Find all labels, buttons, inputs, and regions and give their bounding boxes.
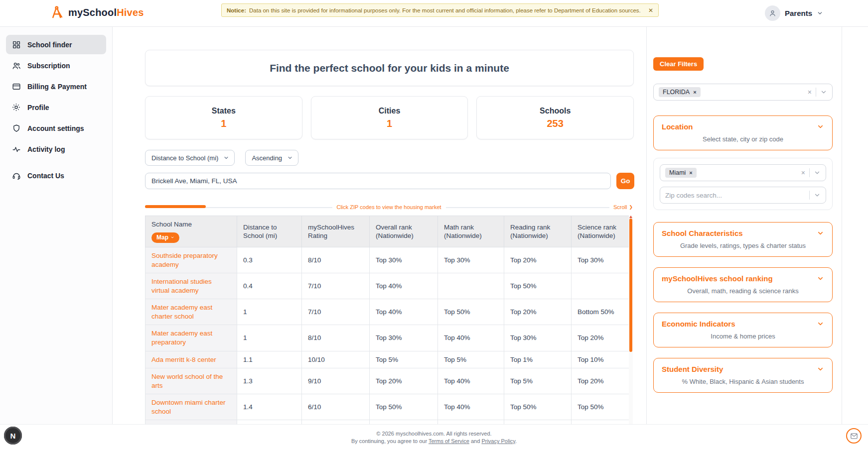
clear-filters-button[interactable]: Clear Filters [653, 57, 704, 71]
table-cell-reading: Top 1% [504, 351, 572, 368]
school-name-link[interactable]: Ada merritt k-8 center [151, 356, 216, 363]
horizontal-scroll-thumb[interactable] [145, 205, 206, 208]
remove-state-icon[interactable]: × [693, 89, 696, 95]
top-bar: mySchoolHives Notice: Data on this site … [0, 0, 868, 27]
table-cell-science [572, 273, 629, 299]
filter-card-school-characteristics[interactable]: School Characteristics Grade levels, rat… [653, 222, 833, 257]
table-cell-distance: 1 [237, 299, 302, 325]
chevron-down-icon[interactable] [817, 275, 824, 282]
user-menu[interactable]: Parents [765, 5, 823, 21]
sidebar-item-contact-us[interactable]: Contact Us [6, 166, 106, 185]
go-button[interactable]: Go [616, 173, 634, 189]
filter-card-student-diversity[interactable]: Student Diversity % White, Black, Hispan… [653, 358, 833, 393]
sidebar-item-activity-log[interactable]: Activity log [6, 139, 106, 159]
sort-by-select[interactable]: Distance to School (mi) [145, 150, 235, 166]
remove-city-icon[interactable]: × [689, 170, 692, 176]
chevron-down-icon[interactable] [814, 169, 821, 176]
school-name-cell: Ada merritt k-8 center [145, 351, 237, 368]
map-button-label: Map [156, 234, 168, 242]
table-cell-math: Top 50% [438, 299, 504, 325]
table-row: Law enforcement [145, 420, 629, 424]
table-cell-distance: 0.4 [237, 273, 302, 299]
contact-mail-button[interactable] [846, 428, 862, 444]
chevron-down-icon[interactable] [817, 229, 824, 237]
filter-card-title: Economic Indicators [662, 320, 735, 328]
sidebar-item-account-settings[interactable]: Account settings [6, 118, 106, 138]
chevron-right-icon: ❯ [629, 205, 633, 210]
location-filter-card[interactable]: Location Select state, city or zip code [653, 115, 833, 150]
school-name-link[interactable]: Mater academy east charter school [151, 304, 212, 320]
chevron-down-icon[interactable] [817, 365, 824, 373]
terms-of-service-link[interactable]: Terms of Service [429, 438, 469, 444]
school-name-cell: Mater academy east preparatory [145, 325, 237, 351]
table-cell-science: Top 20% [572, 368, 629, 394]
state-select[interactable]: FLORIDA × × [653, 84, 833, 101]
table-cell-overall: Top 30% [370, 247, 438, 273]
school-name-link[interactable]: Southside preparatory academy [151, 252, 218, 268]
school-table: School Name Map Distance to School (mi) … [145, 216, 629, 424]
table-cell-rating: 6/10 [302, 394, 370, 420]
sidebar-item-label: Activity log [27, 145, 65, 153]
table-cell-overall: Top 50% [370, 394, 438, 420]
scroll-up-arrow-icon[interactable] [629, 216, 632, 218]
avatar [765, 5, 780, 21]
city-select[interactable]: Miami × × [660, 164, 826, 181]
chevron-down-icon[interactable] [817, 320, 824, 328]
table-cell-rating: 9/10 [302, 368, 370, 394]
shield-icon [11, 123, 21, 133]
filter-card-title: Student Diversity [662, 365, 723, 373]
filter-card-economic-indicators[interactable]: Economic Indicators Income & home prices [653, 313, 833, 347]
column-header-overall-rank: Overall rank (Nationwide) [370, 216, 438, 247]
school-name-link[interactable]: New world school of the arts [151, 373, 223, 389]
sidebar-item-label: Billing & Payment [27, 83, 87, 91]
column-header-school-name: School Name Map [145, 216, 237, 247]
sidebar-item-billing[interactable]: Billing & Payment [6, 77, 106, 96]
brand-logo[interactable]: mySchoolHives [50, 5, 144, 20]
clear-select-icon[interactable]: × [808, 88, 812, 96]
copyright-text: © 2026 myschoolhives.com. All rights res… [0, 430, 868, 438]
school-name-cell: Mater academy east charter school [145, 299, 237, 325]
city-chip: Miami × [665, 168, 697, 178]
map-toggle-button[interactable]: Map [151, 232, 179, 243]
table-cell-distance: 0.3 [237, 247, 302, 273]
sidebar-item-profile[interactable]: Profile [6, 98, 106, 117]
notice-close-icon[interactable]: ✕ [644, 7, 653, 14]
table-cell-science: Top 30% [572, 247, 629, 273]
zip-code-select[interactable]: Zip codes search... [660, 187, 826, 204]
chevron-down-icon[interactable] [814, 192, 821, 199]
notification-badge[interactable]: N [4, 427, 22, 445]
table-cell-rating: 8/10 [302, 325, 370, 351]
chevron-down-icon[interactable] [817, 123, 824, 130]
grid-icon [11, 40, 21, 49]
sidebar-item-school-finder[interactable]: School finder [6, 35, 106, 54]
main-content: Find the perfect school for your kids in… [113, 27, 646, 424]
table-vertical-scrollbar[interactable] [629, 216, 633, 424]
table-cell-distance [237, 420, 302, 424]
sidebar-item-subscription[interactable]: Subscription [6, 56, 106, 75]
scroll-right-button[interactable]: Scroll ❯ [609, 204, 633, 210]
credit-card-icon [11, 82, 21, 91]
address-search-input[interactable] [145, 173, 611, 189]
filter-card-school-ranking[interactable]: mySchoolHives school ranking Overall, ma… [653, 267, 833, 302]
chevron-down-icon [223, 155, 229, 161]
school-name-link[interactable]: International studies virtual academy [151, 278, 212, 294]
privacy-policy-link[interactable]: Privacy Policy [481, 438, 515, 444]
filter-card-title: School Characteristics [662, 229, 743, 237]
vertical-scroll-thumb[interactable] [629, 219, 632, 352]
sidebar-item-label: Contact Us [27, 172, 64, 180]
table-cell-rating: 7/10 [302, 273, 370, 299]
sort-order-select[interactable]: Ascending [245, 150, 298, 166]
filter-panel: Clear Filters FLORIDA × × Location Selec… [646, 27, 842, 424]
school-name-cell: International studies virtual academy [145, 273, 237, 299]
table-cell-math: Top 30% [438, 247, 504, 273]
table-cell-math [438, 420, 504, 424]
sidebar-item-label: School finder [27, 41, 72, 49]
clear-select-icon[interactable]: × [801, 169, 805, 177]
sidebar-item-label: Profile [27, 104, 49, 112]
school-name-link[interactable]: Mater academy east preparatory [151, 330, 212, 346]
filter-card-subtitle: Grade levels, ratings, types & charter s… [662, 242, 824, 249]
chevron-down-icon[interactable] [820, 89, 827, 96]
sort-order-value: Ascending [252, 154, 282, 162]
user-role-label: Parents [785, 9, 812, 17]
school-name-link[interactable]: Downtown miami charter school [151, 399, 226, 415]
